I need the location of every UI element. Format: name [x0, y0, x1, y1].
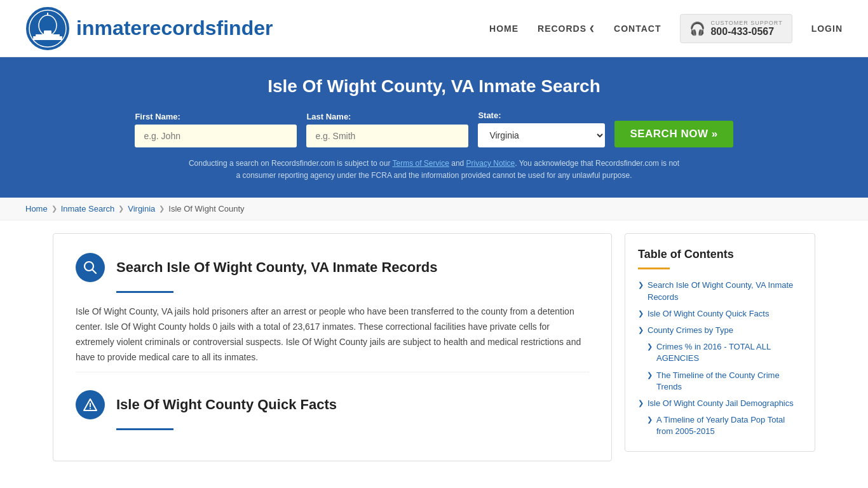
- breadcrumb-inmate-search[interactable]: Inmate Search: [61, 204, 115, 214]
- svg-line-15: [93, 270, 97, 274]
- section1-header: Search Isle Of Wight County, VA Inmate R…: [76, 253, 589, 282]
- breadcrumb-virginia[interactable]: Virginia: [128, 204, 155, 214]
- nav-login[interactable]: LOGIN: [811, 24, 843, 34]
- toc-link-1[interactable]: Search Isle Of Wight County, VA Inmate R…: [648, 280, 802, 302]
- tos-link[interactable]: Terms of Service: [393, 159, 449, 168]
- chevron-right-icon: ❯: [638, 281, 644, 289]
- hero-section: Isle Of Wight County, VA Inmate Search F…: [0, 57, 868, 198]
- nav-home[interactable]: HOME: [489, 24, 519, 34]
- breadcrumb: Home ❯ Inmate Search ❯ Virginia ❯ Isle O…: [0, 198, 868, 220]
- first-name-input[interactable]: [135, 125, 297, 147]
- chevron-right-icon: ❯: [647, 416, 653, 424]
- last-name-group: Last Name:: [306, 112, 468, 147]
- logo-text: inmaterecordsfinder: [76, 17, 273, 40]
- last-name-label: Last Name:: [306, 112, 351, 121]
- privacy-link[interactable]: Privacy Notice: [466, 159, 515, 168]
- toc-link-6[interactable]: Isle Of Wight County Jail Demographics: [648, 398, 794, 409]
- chevron-right-icon: ❯: [638, 309, 644, 318]
- breadcrumb-sep-3: ❯: [159, 205, 165, 213]
- chevron-right-icon: ❯: [638, 399, 644, 407]
- site-header: inmaterecordsfinder HOME RECORDS ❮ CONTA…: [0, 0, 868, 57]
- breadcrumb-current: Isle Of Wight County: [168, 204, 244, 214]
- breadcrumb-sep-1: ❯: [51, 205, 57, 213]
- sidebar: Table of Contents ❯ Search Isle Of Wight…: [625, 233, 815, 461]
- section2-header: Isle Of Wight County Quick Facts: [76, 390, 589, 419]
- first-name-group: First Name:: [135, 112, 297, 147]
- article: Search Isle Of Wight County, VA Inmate R…: [53, 233, 612, 461]
- toc-link-3[interactable]: County Crimes by Type: [648, 325, 733, 336]
- toc-list: ❯ Search Isle Of Wight County, VA Inmate…: [638, 280, 802, 437]
- search-button[interactable]: SEARCH NOW »: [614, 121, 733, 147]
- chevron-right-icon: ❯: [638, 326, 644, 334]
- chevron-right-icon: ❯: [647, 342, 653, 351]
- search-icon: [83, 261, 97, 274]
- toc-item-1: ❯ Search Isle Of Wight County, VA Inmate…: [638, 280, 802, 302]
- svg-rect-4: [33, 36, 62, 38]
- state-group: State: Virginia: [478, 111, 605, 147]
- support-info: CUSTOMER SUPPORT 800-433-0567: [710, 20, 782, 37]
- toc-box: Table of Contents ❯ Search Isle Of Wight…: [625, 233, 815, 452]
- section2: Isle Of Wight County Quick Facts: [76, 372, 589, 430]
- toc-link-4[interactable]: Crimes % in 2016 - TOTAL ALL AGENCIES: [656, 341, 802, 364]
- toc-item-7: ❯ A Timeline of Yearly Data Pop Total fr…: [647, 414, 802, 437]
- last-name-input[interactable]: [306, 125, 468, 147]
- search-form: First Name: Last Name: State: Virginia S…: [25, 111, 843, 147]
- toc-item-5: ❯ The Timeline of the County Crime Trend…: [647, 370, 802, 393]
- svg-rect-13: [33, 38, 62, 40]
- chevron-down-icon: ❮: [589, 25, 595, 32]
- main-content: Search Isle Of Wight County, VA Inmate R…: [27, 233, 841, 461]
- section1-underline: [116, 291, 173, 293]
- section1-body: Isle Of Wight County, VA jails hold pris…: [76, 304, 589, 365]
- toc-item-4: ❯ Crimes % in 2016 - TOTAL ALL AGENCIES: [647, 341, 802, 364]
- section2-underline: [116, 428, 173, 430]
- hero-title: Isle Of Wight County, VA Inmate Search: [25, 76, 843, 97]
- logo[interactable]: inmaterecordsfinder: [25, 6, 273, 51]
- logo-icon: [25, 6, 70, 51]
- breadcrumb-home[interactable]: Home: [25, 204, 48, 214]
- nav-contact[interactable]: CONTACT: [614, 24, 661, 34]
- toc-link-5[interactable]: The Timeline of the County Crime Trends: [656, 370, 802, 393]
- toc-item-6: ❯ Isle Of Wight County Jail Demographics: [638, 398, 802, 409]
- breadcrumb-sep-2: ❯: [118, 205, 124, 213]
- customer-support-box: 🎧 CUSTOMER SUPPORT 800-433-0567: [680, 14, 792, 43]
- headset-icon: 🎧: [689, 21, 705, 36]
- state-select[interactable]: Virginia: [478, 123, 605, 147]
- toc-item-2: ❯ Isle Of Wight County Quick Facts: [638, 308, 802, 320]
- svg-point-18: [90, 408, 91, 409]
- search-icon-circle: [76, 253, 105, 282]
- toc-divider: [638, 268, 670, 269]
- main-nav: HOME RECORDS ❮ CONTACT 🎧 CUSTOMER SUPPOR…: [489, 14, 843, 43]
- toc-item-3: ❯ County Crimes by Type: [638, 325, 802, 336]
- toc-link-2[interactable]: Isle Of Wight County Quick Facts: [648, 308, 769, 320]
- toc-link-7[interactable]: A Timeline of Yearly Data Pop Total from…: [656, 414, 802, 437]
- support-label: CUSTOMER SUPPORT: [710, 20, 782, 26]
- first-name-label: First Name:: [135, 112, 180, 121]
- state-label: State:: [478, 111, 501, 120]
- nav-records[interactable]: RECORDS ❮: [538, 24, 595, 34]
- toc-title: Table of Contents: [638, 248, 802, 261]
- alert-icon: [83, 398, 97, 412]
- chevron-right-icon: ❯: [647, 371, 653, 379]
- section2-title: Isle Of Wight County Quick Facts: [116, 396, 337, 413]
- section1-title: Search Isle Of Wight County, VA Inmate R…: [116, 259, 437, 276]
- info-icon-circle: [76, 390, 105, 419]
- support-number: 800-433-0567: [710, 26, 782, 37]
- disclaimer-text: Conducting a search on Recordsfinder.com…: [186, 158, 682, 182]
